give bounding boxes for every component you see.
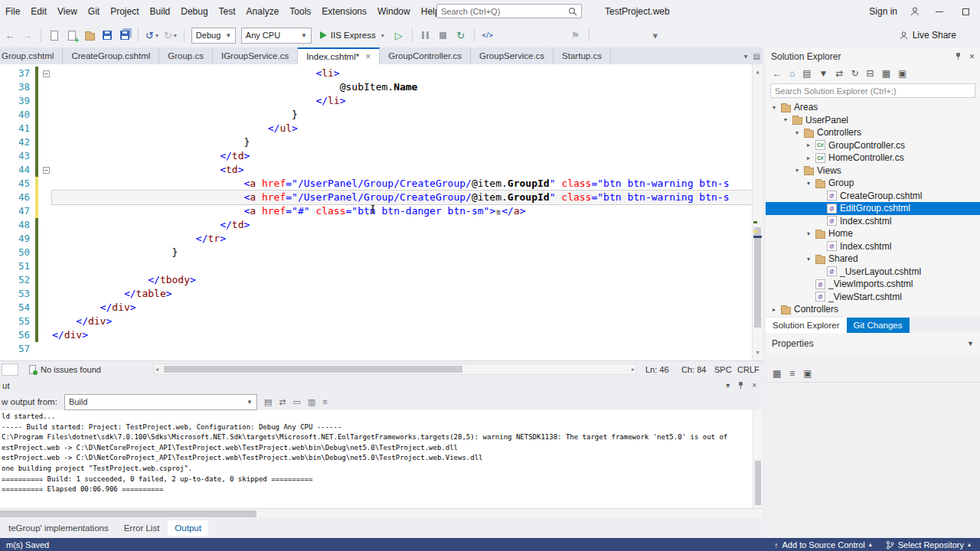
hscroll-thumb[interactable] — [164, 366, 462, 373]
redo-button[interactable]: ↻▾ — [164, 28, 177, 43]
toolbar-button-7-button[interactable] — [632, 28, 644, 43]
tree-item-homecontroller-cs[interactable]: ▸C#HomeController.cs — [766, 152, 980, 165]
word-wrap-icon[interactable]: ▥ — [308, 397, 315, 407]
menu-item-project[interactable]: Project — [105, 3, 144, 20]
code-line-51[interactable]: 51 — [0, 259, 752, 273]
tree-item-editgroup-cshtml[interactable]: @EditGroup.cshtml — [766, 202, 980, 215]
sync-with-active-document-icon[interactable]: ⇄ — [835, 68, 843, 79]
tree-item-areas[interactable]: ▾Areas — [766, 101, 980, 114]
home-icon[interactable]: ⌂ — [789, 68, 795, 79]
chevron-expanded-icon[interactable]: ▾ — [793, 129, 801, 136]
menu-item-tools[interactable]: Tools — [284, 3, 316, 20]
tree-item-shared[interactable]: ▾Shared — [766, 253, 980, 266]
document-list-icon[interactable]: ▾ — [744, 52, 748, 60]
close-icon[interactable]: × — [969, 51, 975, 62]
tree-item-views[interactable]: ▾Views — [766, 165, 980, 178]
chevron-expanded-icon[interactable]: ▾ — [770, 104, 778, 111]
add-to-source-control-button[interactable]: ↑ Add to Source Control ▴ — [774, 540, 872, 549]
menu-item-window[interactable]: Window — [372, 3, 416, 20]
property-pages-icon[interactable]: ▣ — [803, 368, 812, 379]
menu-item-test[interactable]: Test — [214, 3, 241, 20]
close-icon[interactable]: × — [365, 51, 371, 62]
tree-item-index-cshtml[interactable]: @Index.cshtml — [766, 240, 980, 253]
editor-tab-index-cshtml[interactable]: Index.cshtml*× — [298, 47, 380, 64]
tree-item-index-cshtml[interactable]: @Index.cshtml — [766, 215, 980, 228]
pin-icon[interactable] — [737, 382, 744, 390]
code-line-48[interactable]: 48 </td> — [0, 218, 752, 232]
tree-item-controllers[interactable]: ▾Controllers — [766, 126, 980, 139]
navigate-back-button[interactable]: ← — [4, 28, 16, 43]
tree-item-viewimports-cshtml[interactable]: @_ViewImports.cshtml — [766, 278, 980, 291]
scrollbar-thumb[interactable] — [755, 461, 761, 505]
editor-tab-groupservice-cs[interactable]: GroupService.cs — [471, 47, 554, 64]
collapse-all-icon[interactable]: ⊟ — [867, 68, 874, 79]
sign-in-button[interactable]: Sign in — [869, 6, 897, 17]
code-line-42[interactable]: 42 } — [0, 135, 752, 149]
code-line-39[interactable]: 39 </li> — [0, 94, 752, 108]
start-debugging-button[interactable]: IIS Express▾ — [317, 28, 387, 43]
chevron-expanded-icon[interactable]: ▾ — [782, 116, 789, 123]
undo-button[interactable]: ↺▾ — [145, 28, 158, 43]
tree-item-groupcontroller-cs[interactable]: ▸C#GroupController.cs — [766, 139, 980, 152]
solution-search-input[interactable]: Search Solution Explorer (Ctrl+;) — [770, 83, 975, 98]
float-window-icon[interactable]: ▤ — [753, 52, 760, 60]
toolbar-button-3-button[interactable] — [534, 28, 547, 43]
code-line-52[interactable]: 52 </tbody> — [0, 273, 752, 287]
code-line-44[interactable]: 44− <td> — [0, 163, 752, 177]
outlining-margin[interactable]: − — [41, 163, 52, 177]
outlining-margin[interactable]: − — [41, 67, 52, 80]
panel-tab-solution-explorer[interactable]: Solution Explorer — [766, 318, 847, 333]
split-box[interactable] — [2, 364, 18, 376]
show-all-files-icon[interactable]: ▦ — [882, 68, 890, 79]
bookmark-button[interactable]: ⚑ — [570, 28, 582, 43]
menu-item-debug[interactable]: Debug — [175, 3, 213, 20]
code-line-55[interactable]: 55 </div> — [0, 315, 752, 328]
chevron-collapsed-icon[interactable]: ▸ — [805, 155, 812, 161]
menu-item-file[interactable]: File — [0, 3, 25, 20]
clear-all-icon[interactable]: ▭ — [293, 397, 301, 407]
code-line-41[interactable]: 41 </ul> — [0, 122, 752, 135]
code-line-45[interactable]: 45 <a href="/UserPanel/Group/CreateGroup… — [0, 177, 752, 191]
start-without-debugging-button[interactable]: ▷ — [393, 28, 405, 43]
code-line-57[interactable]: 57 — [0, 342, 752, 356]
open-file-button[interactable] — [83, 28, 96, 43]
toolbar-button-6-button[interactable] — [614, 28, 626, 43]
chevron-expanded-icon[interactable]: ▾ — [805, 180, 812, 187]
tree-item-controllers[interactable]: ▸Controllers — [766, 303, 980, 316]
output-vertical-scrollbar[interactable] — [753, 410, 763, 508]
chevron-down-icon[interactable]: ▼ — [967, 340, 974, 347]
code-line-54[interactable]: 54 </div> — [0, 301, 752, 315]
chevron-collapsed-icon[interactable]: ▸ — [770, 306, 778, 313]
pin-icon[interactable] — [955, 53, 962, 60]
scrollbar-thumb[interactable] — [754, 227, 761, 328]
feedback-person-icon[interactable] — [910, 6, 920, 17]
editor-tab-startup-cs[interactable]: Startup.cs — [554, 47, 611, 64]
output-source-dropdown[interactable]: Build ▼ — [64, 394, 257, 410]
save-button[interactable] — [101, 28, 113, 43]
toolbar-overflow-button[interactable]: ▾ — [649, 28, 662, 43]
minimize-button[interactable] — [933, 5, 946, 18]
window-position-icon[interactable]: ▾ — [726, 381, 730, 390]
menu-item-view[interactable]: View — [52, 3, 83, 20]
stop-debugging-button[interactable] — [437, 28, 449, 43]
editor-tab-group-cshtml[interactable]: Group.cshtml — [0, 47, 63, 64]
editor-tab-group-cs[interactable]: Group.cs — [159, 47, 213, 64]
editor-vertical-scrollbar[interactable]: ▲ ▼ — [752, 64, 763, 360]
code-line-38[interactable]: 38 @subItem.Name — [0, 80, 752, 94]
alphabetical-icon[interactable]: ≡ — [789, 368, 795, 379]
code-editor[interactable]: 37− <li>38 @subItem.Name39 </li>40 — [0, 64, 763, 360]
scroll-right-icon[interactable]: ▸ — [630, 366, 636, 373]
toolbar-button-5-button[interactable] — [596, 28, 609, 43]
editor-horizontal-scrollbar[interactable]: ◂ ▸ — [153, 364, 637, 375]
menu-item-build[interactable]: Build — [145, 3, 176, 20]
tree-item-creategroup-cshtml[interactable]: @CreateGroup.cshtml — [766, 190, 980, 203]
code-line-49[interactable]: 49 </tr> — [0, 232, 752, 246]
collapse-icon[interactable]: − — [43, 167, 50, 174]
chevron-expanded-icon[interactable]: ▾ — [793, 167, 801, 174]
autoscroll-icon[interactable]: ≡ — [322, 397, 327, 407]
code-line-46[interactable]: 46 <a href="/UserPanel/Group/CreateGroup… — [0, 191, 752, 204]
select-repository-button[interactable]: Select Repository ▴ — [886, 540, 971, 549]
document-health-indicator[interactable]: No issues found — [29, 365, 101, 374]
code-line-56[interactable]: 56</div> — [0, 328, 752, 342]
toolbar-button-2-button[interactable] — [517, 28, 529, 43]
